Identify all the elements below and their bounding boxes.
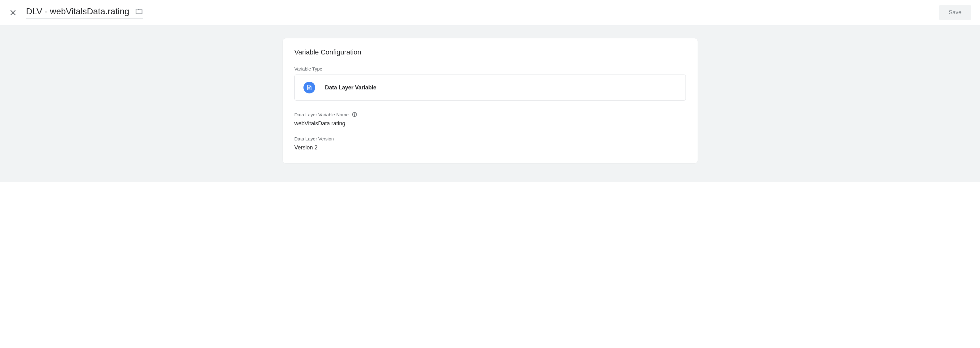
variable-name-label: Data Layer Variable Name [294, 112, 686, 117]
version-value: Version 2 [294, 144, 686, 151]
title-container[interactable]: DLV - webVitalsData.rating [26, 6, 143, 19]
content-area: Variable Configuration Variable Type Dat… [0, 25, 980, 182]
variable-name-value: webVitalsData.rating [294, 120, 686, 127]
header-bar: DLV - webVitalsData.rating Save [0, 0, 980, 25]
close-button[interactable] [9, 8, 18, 17]
save-button[interactable]: Save [939, 5, 971, 20]
variable-type-value: Data Layer Variable [325, 84, 377, 91]
close-icon [9, 9, 17, 17]
svg-point-3 [355, 115, 355, 116]
variable-type-selector[interactable]: Data Layer Variable [294, 74, 686, 101]
version-field: Data Layer Version Version 2 [294, 136, 686, 151]
help-icon[interactable] [352, 112, 357, 117]
variable-name-label-text: Data Layer Variable Name [294, 112, 349, 117]
folder-icon[interactable] [135, 8, 143, 16]
card-title: Variable Configuration [294, 48, 686, 56]
variable-name-field: Data Layer Variable Name webVitalsData.r… [294, 112, 686, 127]
variable-type-label: Variable Type [294, 66, 686, 71]
header-left: DLV - webVitalsData.rating [9, 6, 143, 19]
variable-configuration-card: Variable Configuration Variable Type Dat… [283, 38, 698, 163]
variable-title: DLV - webVitalsData.rating [26, 6, 129, 16]
data-layer-variable-icon [304, 82, 315, 93]
version-label: Data Layer Version [294, 136, 686, 141]
